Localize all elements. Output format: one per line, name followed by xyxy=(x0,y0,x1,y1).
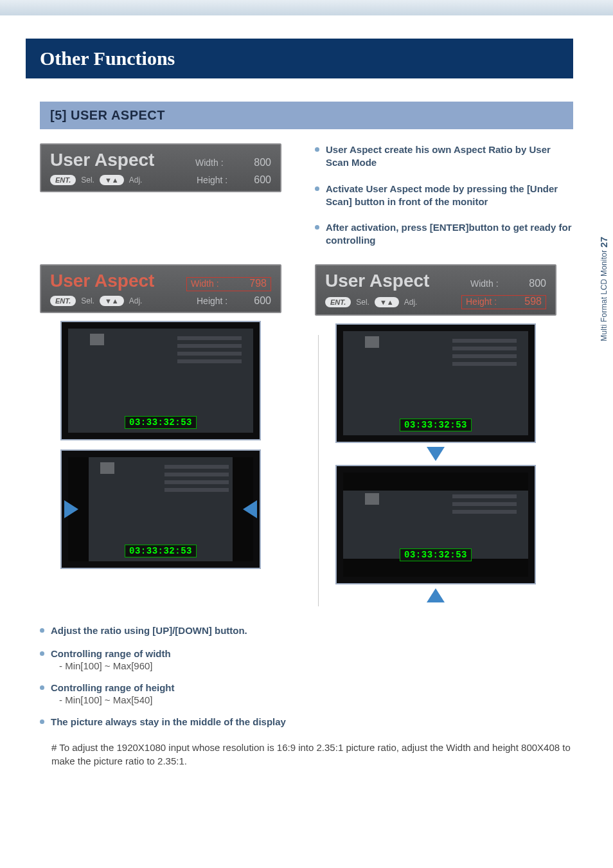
osd-right-height-label: Height : xyxy=(466,296,507,307)
bullet-text: Controlling range of height xyxy=(51,682,174,694)
lower-bullets: Adjust the ratio using [UP]/[DOWN] butto… xyxy=(40,624,573,768)
osd-right-width-value: 800 xyxy=(518,278,546,289)
ent-pill: ENT. xyxy=(50,175,76,185)
monitor-height-letterbox-preview: 03:33:32:53 xyxy=(335,465,536,584)
monitor-full-preview: 03:33:32:53 xyxy=(335,323,536,443)
arrows-pill: ▼▲ xyxy=(100,296,124,306)
monitor-width-narrow-preview: 03:33:32:53 xyxy=(60,449,261,569)
bullet-dot-icon xyxy=(40,628,44,633)
bullet-item: Adjust the ratio using [UP]/[DOWN] butto… xyxy=(40,624,573,637)
bullet-item: Activate User Aspect mode by pressing th… xyxy=(315,183,573,209)
arrow-up-icon xyxy=(427,588,445,602)
osd-right-height-value: 598 xyxy=(513,296,542,307)
adj-label: Adj. xyxy=(129,176,143,185)
page-content: Other Functions [5] USER ASPECT User Asp… xyxy=(0,15,613,793)
top-two-column: User Aspect Width : 800 ENT. Sel. ▼▲ Adj… xyxy=(40,143,573,248)
middle-right-column: User Aspect Width : 800 ENT. Sel. ▼▲ Adj… xyxy=(315,264,573,606)
osd-right-width-label: Width : xyxy=(470,278,511,289)
top-gradient-bar xyxy=(0,0,613,15)
osd-main-title: User Aspect xyxy=(50,150,189,170)
timecode-label: 03:33:32:53 xyxy=(400,548,472,561)
bullet-text: Activate User Aspect mode by pressing th… xyxy=(326,183,573,209)
bullet-dot-icon xyxy=(315,147,319,152)
height-range-sub: - Min[100] ~ Max[540] xyxy=(59,694,573,705)
column-divider xyxy=(318,335,319,606)
osd-height-adjust: User Aspect Width : 800 ENT. Sel. ▼▲ Adj… xyxy=(315,264,556,316)
osd-right-title: User Aspect xyxy=(325,271,464,291)
bullet-text: Adjust the ratio using [UP]/[DOWN] butto… xyxy=(51,624,247,637)
width-preview-stack: 03:33:32:53 03:33:32:53 xyxy=(40,321,281,569)
bullet-dot-icon xyxy=(40,685,44,690)
footnote: # To adjust the 1920X1080 input whose re… xyxy=(51,741,573,768)
sel-label: Sel. xyxy=(81,176,94,185)
sel-label: Sel. xyxy=(81,296,94,305)
bullet-item: Controlling range of width xyxy=(40,647,573,660)
bullet-item: Controlling range of height xyxy=(40,682,573,694)
timecode-label: 03:33:32:53 xyxy=(125,545,197,557)
osd-width-adjust: User Aspect Width : 798 ENT. Sel. ▼▲ Adj… xyxy=(40,264,281,313)
monitor-full-preview: 03:33:32:53 xyxy=(60,321,261,440)
bullet-item: The picture always stay in the middle of… xyxy=(40,716,573,728)
osd-left-width-value: 798 xyxy=(238,278,267,289)
timecode-label: 03:33:32:53 xyxy=(125,416,197,429)
sel-label: Sel. xyxy=(356,298,369,307)
osd-left-width-label: Width : xyxy=(191,278,232,289)
osd-main: User Aspect Width : 800 ENT. Sel. ▼▲ Adj… xyxy=(40,143,281,192)
top-right-bullets: User Aspect create his own Aspect Ratio … xyxy=(315,143,573,248)
osd-main-width-label: Width : xyxy=(195,158,236,168)
osd-main-width-value: 800 xyxy=(243,157,271,168)
top-left-column: User Aspect Width : 800 ENT. Sel. ▼▲ Adj… xyxy=(40,143,298,248)
section-heading: [5] USER ASPECT xyxy=(40,102,573,129)
arrows-pill: ▼▲ xyxy=(375,297,399,307)
bullet-text: User Aspect create his own Aspect Ratio … xyxy=(326,143,573,170)
osd-left-title: User Aspect xyxy=(50,271,180,291)
bullet-dot-icon xyxy=(315,225,319,230)
bullet-dot-icon xyxy=(315,186,319,191)
arrows-pill: ▼▲ xyxy=(100,175,124,185)
height-preview-stack: 03:33:32:53 03:33:32:53 xyxy=(315,323,556,606)
osd-left-height-value: 600 xyxy=(243,295,271,307)
adj-label: Adj. xyxy=(129,296,143,305)
middle-left-column: User Aspect Width : 798 ENT. Sel. ▼▲ Adj… xyxy=(40,264,298,606)
arrow-down-icon xyxy=(427,447,445,461)
osd-main-height-value: 600 xyxy=(243,174,271,186)
ent-pill: ENT. xyxy=(325,297,351,307)
osd-left-height-label: Height : xyxy=(197,296,238,306)
ent-pill: ENT. xyxy=(50,296,76,306)
bullet-item: User Aspect create his own Aspect Ratio … xyxy=(315,143,573,170)
middle-two-column: User Aspect Width : 798 ENT. Sel. ▼▲ Adj… xyxy=(40,264,573,606)
bullet-text: After activation, press [ENTER]button to… xyxy=(326,221,573,248)
bullet-text: Controlling range of width xyxy=(51,647,171,660)
timecode-label: 03:33:32:53 xyxy=(400,419,472,431)
bullet-dot-icon xyxy=(40,719,44,724)
bullet-text: The picture always stay in the middle of… xyxy=(51,716,286,728)
adj-label: Adj. xyxy=(404,298,418,307)
osd-main-height-label: Height : xyxy=(197,175,238,185)
bullet-dot-icon xyxy=(40,651,44,656)
page-title: Other Functions xyxy=(26,39,573,78)
width-range-sub: - Min[100] ~ Max[960] xyxy=(59,660,573,671)
bullet-item: After activation, press [ENTER]button to… xyxy=(315,221,573,248)
